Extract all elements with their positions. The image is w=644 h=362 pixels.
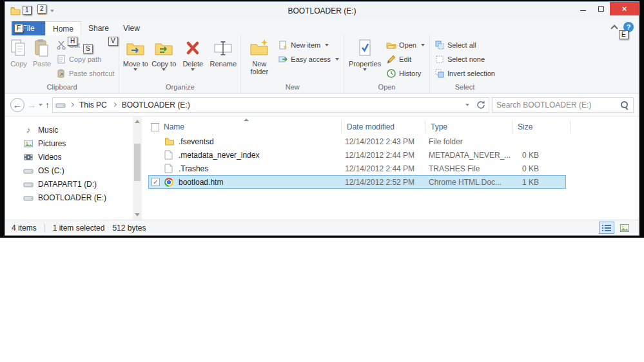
scroll-up-icon[interactable] — [135, 120, 140, 123]
rename-button[interactable]: Rename — [208, 37, 239, 68]
title-bar[interactable]: BOOTLOADER (E:) × — [5, 2, 639, 19]
new-item-button[interactable]: New item — [275, 38, 342, 52]
sidebar-item-os-c[interactable]: OS (C:) — [5, 164, 133, 177]
maximize-button[interactable] — [592, 2, 610, 15]
copy-button[interactable]: Copy — [7, 37, 30, 68]
back-button[interactable]: ← — [10, 98, 24, 112]
rename-icon — [213, 38, 233, 59]
copy-to-button[interactable]: Copy to — [150, 37, 178, 71]
new-folder-icon — [249, 38, 269, 59]
address-dropdown-icon[interactable] — [465, 104, 469, 106]
forward-button[interactable]: → — [27, 100, 36, 110]
scrollbar-thumb[interactable] — [134, 144, 141, 181]
ribbon-collapse-icon[interactable] — [610, 24, 618, 32]
paste-shortcut-button[interactable]: Paste shortcut — [54, 66, 117, 81]
up-icon: ↑ — [45, 100, 50, 110]
copy-path-button[interactable]: Copy path — [54, 52, 117, 66]
breadcrumb-chevron-icon[interactable] — [70, 102, 74, 107]
sidebar-scrollbar[interactable] — [133, 117, 142, 220]
history-button[interactable]: History — [384, 66, 427, 81]
breadcrumb-this-pc[interactable]: This PC — [78, 100, 108, 110]
file-icon — [164, 164, 173, 173]
sidebar-item-music[interactable]: ♪ Music — [5, 123, 133, 137]
details-view-button[interactable] — [599, 222, 614, 234]
delete-button[interactable]: Delete — [178, 37, 208, 71]
select-all-checkbox[interactable] — [151, 123, 159, 131]
open-dropdown-icon — [421, 44, 425, 46]
move-to-button[interactable]: Move to — [121, 37, 150, 71]
open-button[interactable]: Open — [384, 38, 427, 52]
sidebar-item-videos[interactable]: Videos — [5, 150, 133, 164]
file-row-metadata-never-index[interactable]: .metadata_never_index 12/14/2012 2:44 PM… — [148, 148, 566, 162]
qat-dropdown-icon[interactable] — [50, 10, 54, 12]
group-label-new: New — [243, 82, 342, 93]
sidebar-item-datapart1-d[interactable]: DATAPART1 (D:) — [5, 177, 133, 191]
keytip-home: H — [68, 37, 77, 46]
sidebar-item-pictures[interactable]: Pictures — [5, 137, 133, 150]
ribbon-group-organize: Move to Copy to Delete Rename — [119, 35, 240, 93]
file-row-fseventsd[interactable]: .fseventsd 12/14/2012 2:43 PM File folde… — [148, 135, 566, 148]
status-bar: 4 items 1 item selected 512 bytes — [5, 220, 639, 235]
breadcrumb-chevron-icon[interactable] — [112, 102, 117, 107]
selection-size: 512 bytes — [112, 224, 146, 233]
delete-dropdown-icon — [191, 68, 195, 71]
file-icon — [164, 150, 173, 160]
scroll-down-icon[interactable] — [135, 213, 140, 216]
group-label-open: Open — [346, 82, 427, 93]
tab-share[interactable]: Share — [81, 21, 116, 35]
minimize-icon — [580, 10, 586, 11]
videos-icon — [23, 152, 34, 162]
ribbon-group-new: New folder New item Easy access New — [240, 35, 344, 93]
paste-button[interactable]: Paste — [30, 37, 54, 68]
delete-icon — [182, 38, 203, 59]
close-icon: × — [622, 4, 627, 14]
explorer-icon — [10, 6, 21, 15]
properties-dropdown-icon — [363, 68, 367, 71]
move-to-dropdown-icon — [133, 68, 137, 71]
refresh-icon[interactable] — [476, 100, 486, 110]
paste-shortcut-icon — [56, 68, 66, 79]
edit-icon — [386, 54, 396, 64]
window-title: BOOTLOADER (E:) — [5, 6, 639, 15]
edit-button[interactable]: Edit — [384, 52, 427, 66]
column-header-size[interactable]: Size — [512, 120, 571, 133]
move-to-icon — [125, 38, 146, 59]
file-row-trashes[interactable]: .Trashes 12/14/2012 2:44 PM TRASHES File… — [148, 162, 566, 175]
easy-access-button[interactable]: Easy access — [275, 52, 342, 66]
invert-selection-button[interactable]: Invert selection — [432, 66, 498, 81]
recent-locations-icon[interactable] — [39, 104, 43, 106]
properties-button[interactable]: Properties — [346, 37, 384, 71]
thumbnails-view-button[interactable] — [617, 222, 632, 234]
ribbon-group-clipboard: Copy Paste Cut Copy path — [5, 35, 119, 93]
new-folder-button[interactable]: New folder — [243, 37, 275, 75]
close-button[interactable]: × — [610, 2, 639, 15]
select-all-button[interactable]: Select all — [432, 38, 498, 52]
thumbnails-view-icon — [620, 224, 629, 232]
column-header-name[interactable]: Name — [148, 120, 342, 133]
up-button[interactable]: ↑ — [45, 100, 50, 110]
sidebar-item-bootloader-e[interactable]: BOOTLOADER (E:) — [5, 191, 133, 204]
maximize-icon — [598, 6, 604, 12]
column-header-type[interactable]: Type — [425, 120, 512, 133]
breadcrumb-current[interactable]: BOOTLOADER (E:) — [121, 100, 191, 110]
column-header-date[interactable]: Date modified — [342, 120, 425, 133]
tab-view[interactable]: View — [116, 21, 147, 35]
music-icon: ♪ — [23, 125, 34, 135]
minimize-button[interactable] — [574, 2, 592, 15]
select-none-icon — [434, 54, 445, 64]
search-icon[interactable] — [620, 100, 629, 110]
tab-home[interactable]: Home — [45, 21, 81, 35]
new-item-icon — [278, 40, 288, 50]
drive-icon — [23, 193, 34, 203]
address-bar[interactable]: This PC BOOTLOADER (E:) — [52, 97, 489, 113]
new-item-dropdown-icon — [325, 44, 329, 46]
select-none-button[interactable]: Select none — [432, 52, 498, 66]
ribbon-tab-row: File Home Share View ? — [5, 19, 639, 35]
easy-access-icon — [278, 54, 288, 64]
row-checkbox-checked[interactable]: ✓ — [151, 178, 160, 186]
file-list: Name Date modified Type Size .fseventsd … — [142, 117, 639, 220]
search-input[interactable]: Search BOOTLOADER (E:) — [496, 100, 620, 110]
search-box[interactable]: Search BOOTLOADER (E:) — [492, 97, 634, 113]
copy-icon — [8, 38, 29, 59]
file-row-bootload-htm[interactable]: ✓ bootload.htm 12/14/2012 2:52 PM Chrome… — [148, 175, 566, 189]
